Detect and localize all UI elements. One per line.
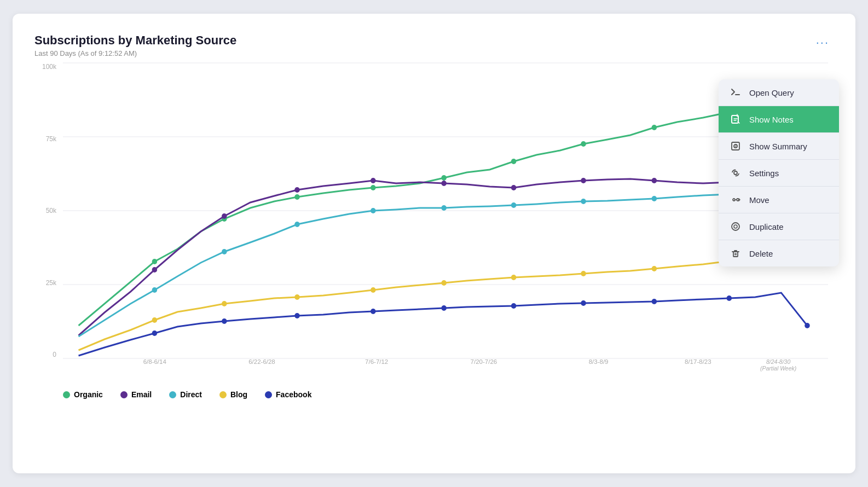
email-dot xyxy=(371,178,376,183)
email-dot xyxy=(222,213,227,219)
move-label: Move xyxy=(749,195,769,205)
summary-icon xyxy=(730,141,742,152)
email-dot xyxy=(152,267,158,273)
chart-area: 0 25k 50k 75k 100k xyxy=(34,63,834,380)
facebook-dot xyxy=(294,313,300,318)
chart-header: Subscriptions by Marketing Source Last 9… xyxy=(34,33,834,57)
email-legend-label: Email xyxy=(131,390,152,399)
organic-dot xyxy=(152,259,158,264)
x-label-1: 6/8-6/14 xyxy=(143,358,166,365)
y-label-0k: 0 xyxy=(34,351,61,358)
organic-dot xyxy=(441,175,447,181)
legend-email: Email xyxy=(120,390,152,399)
y-label-75k: 75k xyxy=(34,135,61,143)
svg-point-11 xyxy=(737,199,739,201)
chart-plot xyxy=(63,63,828,358)
delete-icon xyxy=(730,248,742,259)
menu-item-settings[interactable]: Settings xyxy=(719,160,839,186)
facebook-legend-label: Facebook xyxy=(276,390,311,399)
x-label-4: 7/20-7/26 xyxy=(471,358,497,365)
x-label-7: 8/24-8/30(Partial Week) xyxy=(760,358,796,372)
direct-dot xyxy=(222,249,227,254)
settings-icon xyxy=(730,167,742,178)
duplicate-label: Duplicate xyxy=(749,222,784,231)
svg-point-13 xyxy=(734,225,737,228)
menu-item-duplicate[interactable]: Duplicate xyxy=(719,213,839,240)
direct-legend-dot xyxy=(169,391,176,398)
facebook-dot xyxy=(511,303,517,309)
settings-label: Settings xyxy=(749,169,779,178)
direct-dot xyxy=(581,199,586,204)
blog-legend-dot xyxy=(219,391,227,398)
facebook-legend-dot xyxy=(265,391,272,398)
organic-dot xyxy=(581,141,586,147)
move-icon xyxy=(730,194,742,205)
blog-legend-label: Blog xyxy=(230,390,247,399)
y-axis: 0 25k 50k 75k 100k xyxy=(34,63,61,358)
blog-line xyxy=(79,238,807,350)
organic-dot xyxy=(511,159,517,164)
email-dot xyxy=(581,178,586,183)
x-label-6: 8/17-8/23 xyxy=(685,358,711,365)
legend-facebook: Facebook xyxy=(265,390,311,399)
x-label-2: 6/22-6/28 xyxy=(248,358,275,365)
email-dot xyxy=(652,178,657,183)
organic-dot xyxy=(652,125,657,130)
svg-point-12 xyxy=(732,223,739,230)
chart-svg xyxy=(63,63,828,358)
y-label-25k: 25k xyxy=(34,279,61,287)
direct-legend-label: Direct xyxy=(180,390,202,399)
email-legend-dot xyxy=(120,391,128,398)
direct-dot xyxy=(441,205,447,211)
facebook-dot xyxy=(152,331,158,336)
facebook-dot xyxy=(652,299,657,304)
svg-point-8 xyxy=(735,146,736,147)
svg-point-10 xyxy=(733,199,735,201)
legend-organic: Organic xyxy=(63,390,103,399)
y-label-100k: 100k xyxy=(34,63,61,71)
blog-dot xyxy=(294,294,300,300)
organic-dot xyxy=(294,194,300,200)
organic-legend-dot xyxy=(63,391,70,398)
legend-blog: Blog xyxy=(219,390,247,399)
direct-dot xyxy=(294,222,300,227)
query-icon xyxy=(730,87,742,98)
open-query-label: Open Query xyxy=(749,88,794,97)
organic-dot xyxy=(371,185,376,190)
more-icon: ··· xyxy=(816,36,829,49)
x-label-5: 8/3-8/9 xyxy=(589,358,609,365)
more-options-button[interactable]: ··· xyxy=(812,33,834,52)
chart-title: Subscriptions by Marketing Source xyxy=(34,33,834,48)
facebook-dot xyxy=(727,295,732,301)
menu-item-open-query[interactable]: Open Query xyxy=(719,79,839,106)
email-dot xyxy=(294,187,300,193)
blog-dot xyxy=(511,275,517,280)
email-dot xyxy=(511,185,517,190)
blog-dot xyxy=(371,287,376,293)
direct-line xyxy=(79,170,807,337)
facebook-dot xyxy=(441,305,447,311)
svg-rect-14 xyxy=(733,252,738,257)
context-menu: Open Query Show Notes xyxy=(719,79,839,266)
legend-direct: Direct xyxy=(169,390,202,399)
chart-subtitle: Last 90 Days (As of 9:12:52 AM) xyxy=(34,49,834,57)
direct-dot xyxy=(652,196,657,201)
menu-item-delete[interactable]: Delete xyxy=(719,240,839,266)
facebook-dot xyxy=(222,318,227,324)
facebook-dot xyxy=(581,300,586,306)
delete-label: Delete xyxy=(749,249,773,258)
x-label-3: 7/6-7/12 xyxy=(365,358,388,365)
chart-legend: Organic Email Direct Blog Facebook xyxy=(34,390,834,399)
email-dot xyxy=(441,181,447,186)
x-axis: 6/8-6/14 6/22-6/28 7/6-7/12 7/20-7/26 8/… xyxy=(63,358,828,380)
facebook-dot xyxy=(805,323,810,328)
blog-dot xyxy=(581,271,586,276)
menu-item-show-notes[interactable]: Show Notes xyxy=(719,106,839,132)
chart-card: Subscriptions by Marketing Source Last 9… xyxy=(13,14,855,473)
menu-item-show-summary[interactable]: Show Summary xyxy=(719,133,839,159)
duplicate-icon xyxy=(730,221,742,232)
menu-item-move[interactable]: Move xyxy=(719,187,839,213)
direct-dot xyxy=(511,202,517,208)
svg-point-9 xyxy=(734,171,737,175)
show-summary-label: Show Summary xyxy=(749,142,807,151)
